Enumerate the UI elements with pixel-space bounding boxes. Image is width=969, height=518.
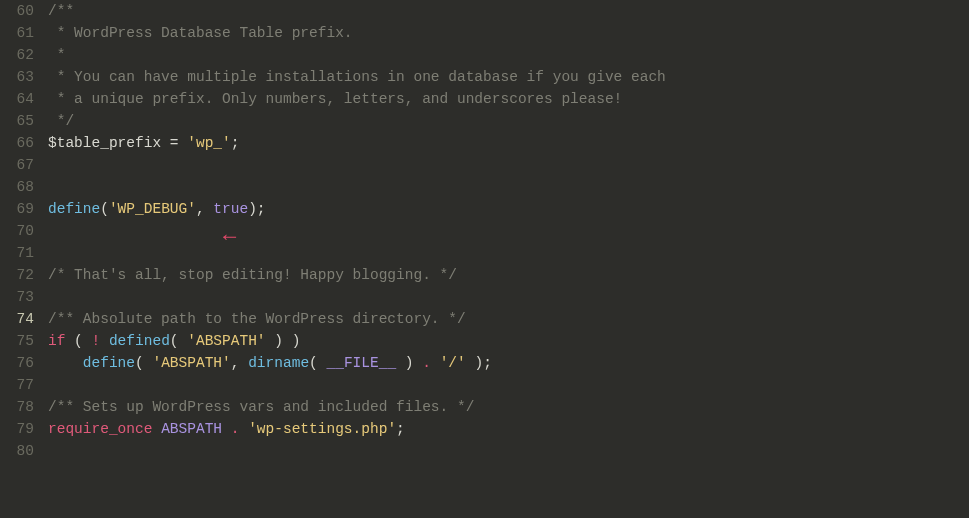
code-line: /** Absolute path to the WordPress direc… [48, 308, 969, 330]
function-call: define [83, 355, 135, 371]
code-line: */ [48, 110, 969, 132]
string: 'WP_DEBUG' [109, 201, 196, 217]
comment: * a unique prefix. Only numbers, letters… [48, 91, 622, 107]
code-line: /** [48, 0, 969, 22]
line-number: 65 [0, 110, 34, 132]
code-editor[interactable]: 60 61 62 63 64 65 66 67 68 69 70 71 72 7… [0, 0, 969, 518]
code-line: /* That's all, stop editing! Happy blogg… [48, 264, 969, 286]
keyword: if [48, 333, 65, 349]
string: 'wp_' [187, 135, 231, 151]
code-line [48, 440, 969, 462]
code-line: $table_prefix = 'wp_'; [48, 132, 969, 154]
line-number: 67 [0, 154, 34, 176]
boolean: true [213, 201, 248, 217]
comment: * [48, 47, 65, 63]
string: 'wp-settings.php' [248, 421, 396, 437]
line-number: 80 [0, 440, 34, 462]
code-line: if ( ! defined( 'ABSPATH' ) ) [48, 330, 969, 352]
line-number: 74 [0, 308, 34, 330]
line-number: 79 [0, 418, 34, 440]
line-number: 75 [0, 330, 34, 352]
string: 'ABSPATH' [152, 355, 230, 371]
code-line [48, 220, 969, 242]
line-number: 64 [0, 88, 34, 110]
code-area[interactable]: /** * WordPress Database Table prefix. *… [48, 0, 969, 518]
code-line: define('WP_DEBUG', true); [48, 198, 969, 220]
line-number: 73 [0, 286, 34, 308]
code-line [48, 286, 969, 308]
code-line [48, 242, 969, 264]
code-line: /** Sets up WordPress vars and included … [48, 396, 969, 418]
code-line: define( 'ABSPATH', dirname( __FILE__ ) .… [48, 352, 969, 374]
comment: * You can have multiple installations in… [48, 69, 666, 85]
code-line [48, 374, 969, 396]
function-call: defined [109, 333, 170, 349]
line-number: 60 [0, 0, 34, 22]
line-number: 71 [0, 242, 34, 264]
line-number: 72 [0, 264, 34, 286]
comment: /* That's all, stop editing! Happy blogg… [48, 267, 457, 283]
line-number: 63 [0, 66, 34, 88]
function-call: dirname [248, 355, 309, 371]
comment: /** Sets up WordPress vars and included … [48, 399, 474, 415]
line-number: 76 [0, 352, 34, 374]
comment: /** Absolute path to the WordPress direc… [48, 311, 466, 327]
keyword: require_once [48, 421, 152, 437]
string: 'ABSPATH' [187, 333, 265, 349]
line-number: 78 [0, 396, 34, 418]
function-call: define [48, 201, 100, 217]
code-line: * You can have multiple installations in… [48, 66, 969, 88]
line-number-gutter: 60 61 62 63 64 65 66 67 68 69 70 71 72 7… [0, 0, 48, 518]
line-number: 66 [0, 132, 34, 154]
code-line [48, 154, 969, 176]
arrow-left-icon: ← [223, 227, 236, 249]
line-number: 62 [0, 44, 34, 66]
line-number: 77 [0, 374, 34, 396]
constant: ABSPATH [161, 421, 222, 437]
comment: * WordPress Database Table prefix. [48, 25, 353, 41]
line-number: 68 [0, 176, 34, 198]
code-line: * a unique prefix. Only numbers, letters… [48, 88, 969, 110]
comment: /** [48, 3, 74, 19]
code-line [48, 176, 969, 198]
string: '/' [440, 355, 466, 371]
line-number: 61 [0, 22, 34, 44]
code-line: require_once ABSPATH . 'wp-settings.php'… [48, 418, 969, 440]
variable: $table_prefix [48, 135, 161, 151]
code-line: * [48, 44, 969, 66]
code-line: * WordPress Database Table prefix. [48, 22, 969, 44]
line-number: 69 [0, 198, 34, 220]
comment: */ [48, 113, 74, 129]
line-number: 70 [0, 220, 34, 242]
constant: __FILE__ [327, 355, 397, 371]
